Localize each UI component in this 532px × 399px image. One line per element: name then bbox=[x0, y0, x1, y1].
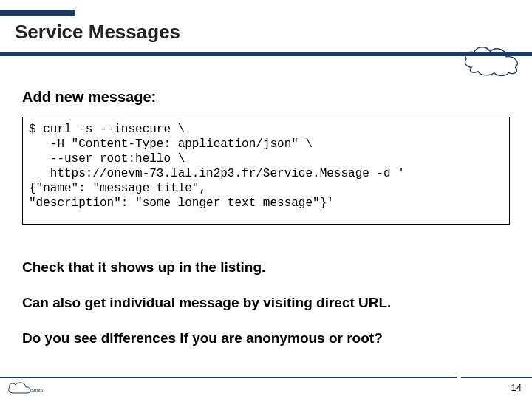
slide-title: Service Messages bbox=[15, 21, 180, 44]
code-line: "description": "some longer text message… bbox=[29, 197, 334, 210]
cloud-icon bbox=[460, 41, 526, 78]
code-line: {"name": "message title", bbox=[29, 182, 206, 195]
code-box: $ curl -s --insecure \ -H "Content-Type:… bbox=[22, 117, 510, 225]
paragraph-direct-url: Can also get individual message by visit… bbox=[22, 294, 510, 312]
slide: Service Messages Add new message: $ curl… bbox=[0, 0, 532, 399]
paragraph-check-listing: Check that it shows up in the listing. bbox=[22, 259, 510, 276]
code-line: -H "Content-Type: application/json" \ bbox=[29, 137, 313, 151]
paragraph-differences: Do you see differences if you are anonym… bbox=[22, 330, 510, 347]
code-content: $ curl -s --insecure \ -H "Content-Type:… bbox=[29, 122, 503, 211]
footer-line-gap bbox=[457, 375, 461, 380]
title-accent-strip bbox=[0, 10, 75, 16]
code-line: $ curl -s --insecure \ bbox=[29, 123, 185, 136]
page-number: 14 bbox=[511, 382, 522, 393]
subheading-add-message: Add new message: bbox=[22, 89, 156, 106]
title-underline bbox=[0, 52, 532, 56]
code-line: https://onevm-73.lal.in2p3.fr/Service.Me… bbox=[29, 167, 405, 180]
svg-text:Strato: Strato bbox=[31, 388, 44, 392]
footer-line bbox=[0, 377, 532, 378]
code-line: --user root:hello \ bbox=[29, 152, 185, 166]
footer-logo-icon: Strato bbox=[4, 380, 49, 398]
